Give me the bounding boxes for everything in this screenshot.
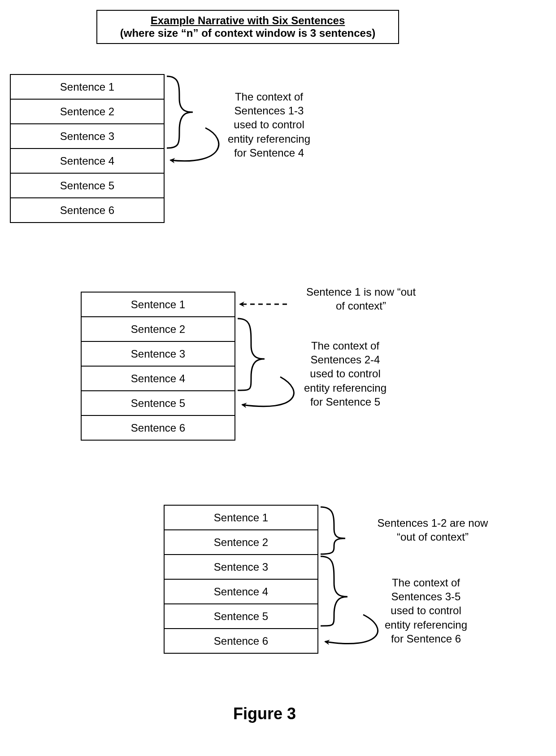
sentence-stack-1: Sentence 1 Sentence 2 Sentence 3 Sentenc… (10, 74, 165, 223)
title-line-2: (where size “n” of context window is 3 s… (106, 27, 389, 39)
figure-label: Figure 3 (233, 704, 296, 723)
out-note-2: Sentence 1 is now “out of context” (287, 285, 435, 313)
sentence-cell: Sentence 4 (165, 579, 317, 603)
context-note-2: The context of Sentences 2-4 used to con… (287, 339, 404, 409)
title-box: Example Narrative with Six Sentences (wh… (96, 10, 399, 44)
sentence-cell: Sentence 3 (82, 341, 235, 366)
sentence-cell: Sentence 3 (11, 123, 164, 148)
out-note-3: Sentences 1-2 are now “out of context” (363, 516, 502, 544)
sentence-cell: Sentence 2 (165, 529, 317, 554)
sentence-cell: Sentence 5 (11, 173, 164, 197)
sentence-cell: Sentence 6 (11, 197, 164, 222)
title-line-1: Example Narrative with Six Sentences (106, 14, 389, 27)
sentence-cell: Sentence 4 (11, 148, 164, 173)
sentence-cell: Sentence 4 (82, 366, 235, 390)
context-note-1: The context of Sentences 1-3 used to con… (211, 90, 327, 160)
sentence-cell: Sentence 6 (82, 415, 235, 440)
sentence-stack-2: Sentence 1 Sentence 2 Sentence 3 Sentenc… (81, 292, 235, 441)
sentence-cell: Sentence 5 (165, 603, 317, 628)
sentence-cell: Sentence 2 (82, 316, 235, 341)
context-note-3: The context of Sentences 3-5 used to con… (368, 576, 484, 646)
sentence-cell: Sentence 1 (82, 292, 235, 316)
sentence-cell: Sentence 1 (165, 505, 317, 529)
sentence-cell: Sentence 5 (82, 390, 235, 415)
sentence-cell: Sentence 3 (165, 554, 317, 579)
sentence-cell: Sentence 1 (11, 74, 164, 99)
sentence-cell: Sentence 2 (11, 99, 164, 123)
sentence-cell: Sentence 6 (165, 628, 317, 653)
bracket-panel-2 (238, 304, 294, 406)
sentence-stack-3: Sentence 1 Sentence 2 Sentence 3 Sentenc… (164, 505, 318, 654)
